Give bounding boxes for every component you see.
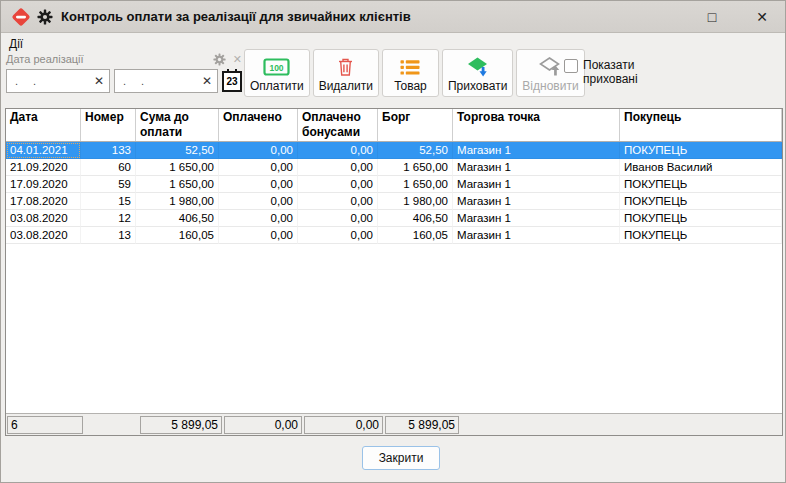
col-header-sum-to-pay[interactable]: Сума до оплати: [136, 109, 219, 141]
cell-number: 12: [81, 210, 136, 227]
cell-paid: 0,00: [219, 159, 298, 176]
delete-button[interactable]: Видалити: [313, 49, 379, 97]
cell-debt: 52,50: [378, 142, 453, 159]
table-row[interactable]: 21.09.2020 60 1 650,00 0,00 0,00 1 650,0…: [6, 159, 782, 176]
calendar-icon: 23: [226, 76, 237, 87]
toolbar: 100 Оплатити Видалити: [244, 49, 585, 97]
window-title: Контроль оплати за реалізації для звичай…: [61, 9, 411, 24]
cell-number: 133: [81, 142, 136, 159]
cell-paid: 0,00: [219, 210, 298, 227]
cell-paid-bonuses: 0,00: [298, 227, 378, 244]
col-header-paid[interactable]: Оплачено: [219, 109, 298, 141]
close-window-button[interactable]: ✕: [745, 1, 779, 33]
list-icon: [400, 55, 420, 79]
hide-layer-icon: [466, 55, 490, 79]
cell-date: 03.08.2020: [6, 210, 81, 227]
cell-number: 60: [81, 159, 136, 176]
cell-date: 17.08.2020: [6, 193, 81, 210]
clear-date-to-icon[interactable]: ✕: [202, 74, 212, 88]
cell-buyer: ПОКУПЕЦЬ: [620, 210, 782, 227]
show-hidden-checkbox[interactable]: Показати приховані: [564, 58, 655, 86]
cell-buyer: ПОКУПЕЦЬ: [620, 193, 782, 210]
cell-number: 15: [81, 193, 136, 210]
cell-buyer: ПОКУПЕЦЬ: [620, 176, 782, 193]
trash-icon: [336, 55, 355, 79]
product-button-label: Товар: [394, 79, 427, 93]
banknote-icon: 100: [263, 55, 290, 79]
pay-button[interactable]: 100 Оплатити: [244, 49, 310, 97]
table-row[interactable]: 04.01.2021 133 52,50 0,00 0,00 52,50 Маг…: [6, 142, 782, 159]
cell-debt: 1 650,00: [378, 159, 453, 176]
clear-date-from-icon[interactable]: ✕: [94, 74, 104, 88]
cell-trade-point: Магазин 1: [453, 176, 620, 193]
cell-paid: 0,00: [219, 193, 298, 210]
cell-number: 13: [81, 227, 136, 244]
delete-button-label: Видалити: [319, 79, 373, 93]
col-header-debt[interactable]: Борг: [378, 109, 453, 141]
hide-button[interactable]: Приховати: [442, 49, 513, 97]
cell-sum-to-pay: 1 650,00: [136, 159, 219, 176]
hide-button-label: Приховати: [448, 79, 507, 93]
app-red-diamond-icon: [10, 6, 32, 28]
cell-paid-bonuses: 0,00: [298, 210, 378, 227]
cell-paid-bonuses: 0,00: [298, 142, 378, 159]
date-filter-label: Дата реалізації: [6, 53, 84, 65]
close-dialog-button[interactable]: Закрити: [362, 446, 440, 470]
cell-sum-to-pay: 1 650,00: [136, 176, 219, 193]
checkbox-box[interactable]: [564, 59, 578, 73]
maximize-button[interactable]: □: [695, 1, 729, 33]
cell-trade-point: Магазин 1: [453, 227, 620, 244]
cell-date: 03.08.2020: [6, 227, 81, 244]
cell-paid-bonuses: 0,00: [298, 176, 378, 193]
table-header: Дата Номер Сума до оплати Оплачено Оплач…: [6, 109, 782, 142]
col-header-paid-bonuses[interactable]: Оплачено бонусами: [298, 109, 378, 141]
filter-settings-gear-icon[interactable]: [213, 53, 226, 66]
app-window: Контроль оплати за реалізації для звичай…: [0, 0, 786, 483]
table-row[interactable]: 17.08.2020 15 1 980,00 0,00 0,00 1 980,0…: [6, 193, 782, 210]
table-row[interactable]: 03.08.2020 12 406,50 0,00 0,00 406,50 Ма…: [6, 210, 782, 227]
table-body: 04.01.2021 133 52,50 0,00 0,00 52,50 Маг…: [6, 142, 782, 413]
cell-sum-to-pay: 406,50: [136, 210, 219, 227]
date-to-input[interactable]: . . ✕: [114, 69, 218, 93]
date-from-placeholder: . .: [15, 75, 42, 87]
checkbox-label: Показати приховані: [583, 58, 655, 86]
date-from-input[interactable]: . . ✕: [6, 69, 110, 93]
cell-paid: 0,00: [219, 142, 298, 159]
calendar-picker-button[interactable]: 23: [222, 71, 242, 92]
table-row[interactable]: 17.09.2020 59 1 650,00 0,00 0,00 1 650,0…: [6, 176, 782, 193]
cell-trade-point: Магазин 1: [453, 142, 620, 159]
cell-sum-to-pay: 160,05: [136, 227, 219, 244]
col-header-trade-point[interactable]: Торгова точка: [453, 109, 620, 141]
cell-paid: 0,00: [219, 176, 298, 193]
menu-actions[interactable]: Дії: [9, 37, 23, 51]
summary-row: 6 5 899,05 0,00 0,00 5 899,05: [6, 413, 782, 435]
date-to-placeholder: . .: [123, 75, 150, 87]
date-filter-group: Дата реалізації ✕ . . ✕: [6, 52, 242, 93]
payments-table: Дата Номер Сума до оплати Оплачено Оплач…: [5, 108, 783, 436]
cell-trade-point: Магазин 1: [453, 210, 620, 227]
cell-date: 21.09.2020: [6, 159, 81, 176]
cell-number: 59: [81, 176, 136, 193]
cell-paid: 0,00: [219, 227, 298, 244]
cell-paid-bonuses: 0,00: [298, 193, 378, 210]
col-header-number[interactable]: Номер: [81, 109, 136, 141]
cell-trade-point: Магазин 1: [453, 193, 620, 210]
cell-debt: 1 980,00: [378, 193, 453, 210]
col-header-buyer[interactable]: Покупець: [620, 109, 782, 141]
cell-paid-bonuses: 0,00: [298, 159, 378, 176]
cell-debt: 160,05: [378, 227, 453, 244]
cell-debt: 1 650,00: [378, 176, 453, 193]
filter-close-icon[interactable]: ✕: [233, 53, 242, 66]
svg-text:100: 100: [270, 63, 284, 73]
col-header-date[interactable]: Дата: [6, 109, 81, 141]
product-button[interactable]: Товар: [382, 49, 439, 97]
summary-paid-bonuses: 0,00: [304, 416, 383, 434]
summary-debt: 5 899,05: [385, 416, 459, 434]
titlebar: Контроль оплати за реалізації для звичай…: [1, 1, 785, 33]
cell-date: 17.09.2020: [6, 176, 81, 193]
cell-buyer: ПОКУПЕЦЬ: [620, 142, 782, 159]
cell-buyer: ПОКУПЕЦЬ: [620, 227, 782, 244]
summary-count: 6: [7, 416, 83, 434]
summary-sum-to-pay: 5 899,05: [140, 416, 222, 434]
table-row[interactable]: 03.08.2020 13 160,05 0,00 0,00 160,05 Ма…: [6, 227, 782, 244]
